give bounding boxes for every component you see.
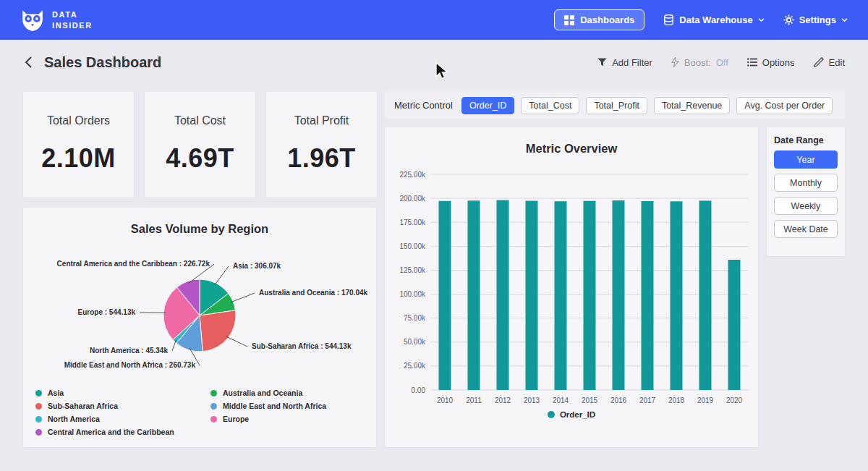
legend-dot [210,390,217,396]
y-tick-label: 225.00k [399,171,426,179]
boost-toggle[interactable]: Boost: Off [671,57,728,68]
list-icon [747,58,757,67]
pie-legend-item-europe[interactable]: Europe [210,415,326,423]
header-actions: Add Filter Boost: Off Options [597,57,845,68]
legend-label: Central America and the Caribbean [48,428,174,436]
x-tick-label: 2018 [668,396,685,404]
owl-logo-icon [20,9,45,32]
kpi-label: Total Cost [145,114,255,127]
data-warehouse-label: Data Warehouse [679,14,752,25]
metric-button-total-cost[interactable]: Total_Cost [521,97,579,114]
legend-dot [35,403,42,410]
y-tick-label: 125.00k [399,266,426,274]
bar-2013[interactable] [526,201,538,390]
pie-legend-item-central-america-and-the-caribbean[interactable]: Central America and the Caribbean [35,428,210,436]
page-title: Sales Dashboard [44,54,161,71]
kpi-card-total-cost: Total Cost4.69T [145,92,255,198]
x-tick-label: 2019 [697,396,714,404]
legend-dot [35,429,42,436]
pie-legend-item-sub-saharan-africa[interactable]: Sub-Saharan Africa [35,402,210,410]
bar-2016[interactable] [613,200,625,390]
edit-label: Edit [829,57,845,68]
metric-button-total-profit[interactable]: Total_Profit [586,97,647,114]
date-button-weekly[interactable]: Weekly [774,197,838,215]
x-tick-label: 2020 [726,396,743,404]
bar-2017[interactable] [642,201,654,390]
bar-2012[interactable] [497,200,509,390]
x-tick-label: 2014 [553,396,569,404]
options-button[interactable]: Options [747,57,795,68]
pie-chart: Asia : 306.07kAustralia and Oceania : 17… [23,237,376,386]
dashboard-grid-icon [564,15,574,25]
boost-label: Boost: [684,57,711,68]
lightning-icon [671,57,679,67]
brand: DATA INSIDER [20,9,93,32]
kpi-card-total-profit: Total Profit1.96T [266,92,377,198]
legend-dot [210,416,217,423]
legend-dot [548,411,555,418]
y-tick-label: 50.00k [404,338,426,346]
y-tick-label: 0.00 [412,386,426,394]
pie-chart-legend: AsiaSub-Saharan AfricaNorth AmericaCentr… [23,389,376,436]
date-button-year[interactable]: Year [774,150,838,169]
brand-line2: INSIDER [52,20,93,30]
legend-dot [210,403,217,410]
legend-label: Middle East and North Africa [223,402,326,410]
date-button-week-date[interactable]: Week Date [774,220,838,238]
settings-menu[interactable]: Settings [783,14,848,25]
legend-label: Asia [48,389,64,397]
metric-button-total-revenue[interactable]: Total_Revenue [654,97,730,114]
pie-legend-item-north-america[interactable]: North America [35,415,210,423]
metric-button-order-id[interactable]: Order_ID [461,97,514,114]
metric-button-avg-cost-per-order[interactable]: Avg. Cost per Order [736,97,833,114]
data-warehouse-menu[interactable]: Data Warehouse [663,14,764,25]
bar-2019[interactable] [699,200,712,390]
chevron-left-icon [25,56,33,69]
chevron-down-icon [758,18,765,22]
y-tick-label: 100.00k [399,290,426,298]
back-button[interactable] [23,54,34,70]
pie-label-north-america: North America : 45.34k [90,347,168,355]
y-tick-label: 25.00k [404,362,426,370]
app-root: DATA INSIDER Dashboards D [0,0,868,471]
pie-legend-item-asia[interactable]: Asia [35,389,210,397]
bar-2011[interactable] [468,200,480,390]
x-tick-label: 2016 [610,396,627,404]
kpi-value: 4.69T [145,143,255,174]
bar-chart-legend[interactable]: Order_ID [385,410,758,419]
database-icon [663,14,674,25]
bar-2015[interactable] [584,201,596,390]
bar-2020[interactable] [728,260,741,390]
pie-label-middle-east-and-north-africa: Middle East and North Africa : 260.73k [64,361,196,369]
pie-slice-sub-saharan-africa[interactable] [200,310,236,352]
kpi-row: Total Orders2.10MTotal Cost4.69TTotal Pr… [23,92,377,198]
edit-button[interactable]: Edit [814,57,845,68]
x-tick-label: 2017 [639,396,656,404]
add-filter-button[interactable]: Add Filter [597,57,652,68]
pie-label-central-america-and-the-caribbean: Central America and the Caribbean : 226.… [57,260,210,268]
bar-2014[interactable] [555,201,567,390]
pie-leader-line [231,293,255,302]
kpi-card-total-orders: Total Orders2.10M [23,92,134,198]
x-tick-label: 2015 [582,396,598,404]
bar-2010[interactable] [439,201,451,390]
x-tick-label: 2012 [495,396,511,404]
kpi-label: Total Orders [23,114,134,127]
pencil-icon [814,57,824,67]
navbar-right: Dashboards Data Warehouse [554,9,848,30]
kpi-label: Total Profit [266,114,377,127]
pie-legend-item-middle-east-and-north-africa[interactable]: Middle East and North Africa [210,402,326,410]
dashboards-button[interactable]: Dashboards [554,9,644,30]
date-range-label: Date Range [774,135,838,145]
kpi-value: 2.10M [23,143,134,174]
pie-legend-item-australia-and-oceania[interactable]: Australia and Oceania [210,389,326,397]
chevron-down-icon [841,18,848,22]
legend-dot [35,390,42,396]
bar-2018[interactable] [671,201,683,390]
metric-overview-card: Metric Overview 0.0025.00k50.00k75.00k10… [385,127,758,447]
date-button-monthly[interactable]: Monthly [774,174,838,192]
legend-label: Australia and Oceania [223,389,302,397]
legend-label: Sub-Saharan Africa [48,402,118,410]
filter-funnel-icon [597,58,607,67]
y-tick-label: 200.00k [399,195,426,203]
